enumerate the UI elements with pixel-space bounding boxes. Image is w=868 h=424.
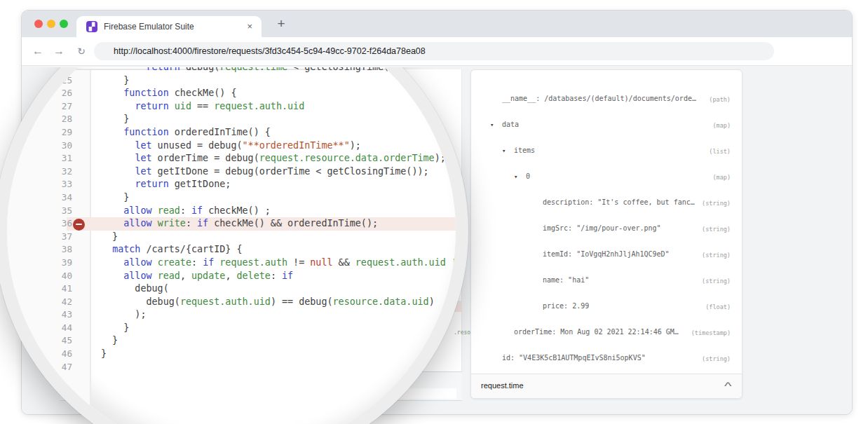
field-type-label: (string) bbox=[702, 252, 731, 259]
field-text: items bbox=[514, 146, 535, 154]
field-type-label: (timestamp) bbox=[691, 329, 731, 336]
field-type-label: (string) bbox=[702, 226, 731, 233]
screenshot-root: ▞ Firebase Emulator Suite × + ← → ↻ http… bbox=[0, 0, 868, 424]
field-text: imgSrc: "/img/pour-over.png" bbox=[543, 224, 661, 232]
inspector-row[interactable]: imgSrc: "/img/pour-over.png"(string) bbox=[471, 224, 742, 234]
expander-icon[interactable]: ▾ bbox=[514, 173, 517, 180]
highlighted-row-sliver bbox=[60, 226, 462, 238]
window-close-button[interactable] bbox=[34, 20, 43, 28]
url-text: http://localhost:4000/firestore/requests… bbox=[114, 46, 426, 56]
reload-icon[interactable]: ↻ bbox=[74, 43, 89, 59]
field-type-label: (string) bbox=[702, 278, 731, 285]
gutter-line-number: 1 bbox=[60, 80, 79, 87]
inspector-row[interactable]: __name__: /databases/(default)/documents… bbox=[471, 95, 742, 104]
inspector-row[interactable]: name: "hai"(string) bbox=[471, 276, 742, 286]
tab-close-icon[interactable]: × bbox=[247, 21, 252, 32]
forward-icon[interactable]: → bbox=[51, 43, 67, 59]
gutter-line-number: 11 bbox=[60, 71, 79, 78]
field-type-label: (map) bbox=[712, 122, 731, 129]
browser-toolbar: ← → ↻ http://localhost:4000/firestore/re… bbox=[22, 37, 852, 65]
request-time-section[interactable]: request.time ^ bbox=[471, 374, 742, 398]
field-type-label: (path) bbox=[709, 96, 731, 103]
tab-strip: ▞ Firebase Emulator Suite × + bbox=[22, 11, 852, 37]
tab-title: Firebase Emulator Suite bbox=[104, 22, 194, 32]
gutter-line-number: 47 bbox=[62, 384, 81, 391]
browser-window: ▞ Firebase Emulator Suite × + ← → ↻ http… bbox=[21, 10, 853, 415]
field-text: price: 2.99 bbox=[543, 302, 589, 310]
rules-code-panel[interactable]: 11 1 ngTi .resourc bbox=[60, 69, 462, 371]
field-text: name: "hai" bbox=[543, 276, 589, 284]
request-inspector-card: __name__: /databases/(default)/documents… bbox=[470, 69, 742, 399]
field-text: description: "It's coffee, but fanc… bbox=[543, 198, 695, 206]
gutter-line-number: 46 bbox=[62, 375, 81, 382]
field-type-label: (list) bbox=[709, 148, 731, 155]
field-type-label: (map) bbox=[712, 174, 731, 181]
inspector-row[interactable]: description: "It's coffee, but fanc…(str… bbox=[471, 198, 742, 208]
field-text: __name__: /databases/(default)/documents… bbox=[502, 95, 696, 102]
browser-tab[interactable]: ▞ Firebase Emulator Suite × bbox=[76, 16, 262, 37]
expander-icon[interactable]: ▾ bbox=[502, 147, 506, 154]
inspector-row[interactable]: itemId: "IoVgqH2nhJljAh1QC9eD"(string) bbox=[471, 250, 742, 260]
url-bar[interactable]: http://localhost:4000/firestore/requests… bbox=[94, 42, 774, 60]
inspector-row[interactable]: price: 2.99(float) bbox=[471, 302, 742, 312]
inspector-row[interactable]: ▾0(map) bbox=[471, 172, 742, 182]
window-zoom-button[interactable] bbox=[60, 20, 68, 28]
highlighted-row-sliver bbox=[60, 301, 462, 312]
expander-icon[interactable]: ▾ bbox=[490, 121, 494, 128]
field-text: itemId: "IoVgqH2nhJljAh1QC9eD" bbox=[543, 250, 670, 258]
inspector-row[interactable]: ▾items(list) bbox=[471, 146, 742, 156]
inspector-row[interactable]: ▾data(map) bbox=[471, 121, 742, 130]
field-type-label: (float) bbox=[705, 303, 731, 310]
window-minimize-button[interactable] bbox=[47, 20, 55, 28]
inspector-row[interactable]: id: "V4E3K5cB1AUTMpqEIvS8ni5opKVS"(strin… bbox=[471, 354, 742, 364]
request-time-label: request.time bbox=[481, 381, 524, 390]
field-type-label: (string) bbox=[702, 355, 731, 362]
field-text: 0 bbox=[526, 172, 530, 180]
inspector-row[interactable]: orderTime: Mon Aug 02 2021 22:14:46 GM…(… bbox=[471, 328, 742, 338]
field-text: id: "V4E3K5cB1AUTMpqEIvS8ni5opKVS" bbox=[502, 354, 646, 362]
firebase-favicon-icon: ▞ bbox=[86, 21, 97, 32]
page-content: 11 1 ngTi .resourc 46 47 __name__: /data… bbox=[22, 65, 852, 414]
back-icon[interactable]: ← bbox=[30, 43, 46, 59]
code-gutter: 11 1 bbox=[60, 69, 85, 371]
field-text: orderTime: Mon Aug 02 2021 22:14:46 GM… bbox=[514, 328, 679, 336]
field-type-label: (string) bbox=[702, 200, 731, 207]
editor-bottom-strip: 46 47 bbox=[60, 371, 462, 401]
horizontal-scrollbar[interactable] bbox=[106, 388, 456, 399]
field-text: data bbox=[502, 121, 519, 128]
new-tab-button[interactable]: + bbox=[271, 15, 291, 33]
collapse-icon[interactable]: ^ bbox=[724, 381, 732, 392]
